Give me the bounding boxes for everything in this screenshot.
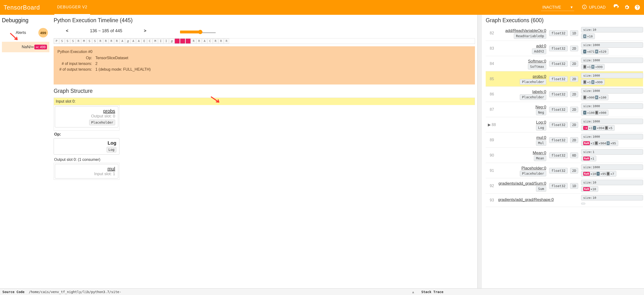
timeline-cell[interactable]: M [81,39,86,44]
ge-title: Graph Executions (600) [486,17,643,24]
timeline-panel: Python Execution Timeline (445) < 136 ~ … [51,15,478,295]
reload-icon[interactable] [613,4,620,11]
source-code-label: Source Code [2,290,24,294]
graph-exec-row[interactable]: 89mul:0Mulfloat322Dsize:1000NaN×1 0×904 … [486,132,643,148]
chevron-down-icon: ▾ [570,5,573,10]
scroll-up-icon[interactable]: ▲ [412,290,414,294]
output-slot-header: Output slot 0: (1 consumer) [54,157,475,163]
header: TensorBoard DEBUGGER V2 INACTIVE ▾ UPLOA… [0,0,644,15]
timeline-title: Python Execution Timeline (445) [54,17,475,24]
gear-icon[interactable] [624,4,630,11]
alerts-count-badge: 499 [38,28,48,38]
timeline-cell[interactable]: C [147,39,152,44]
timeline-cell[interactable]: R [218,39,224,44]
timeline-cell[interactable]: A [136,39,142,44]
timeline-cell[interactable]: A [120,39,125,44]
help-icon[interactable] [634,4,640,11]
timeline-cell[interactable]: m [125,39,130,44]
timeline-cell[interactable]: P [54,39,59,44]
timeline-cell[interactable]: M [152,39,158,44]
runs-dropdown[interactable]: INACTIVE ▾ [541,4,574,11]
timeline-cell[interactable]: I [158,39,163,44]
tab-debugger[interactable]: DEBUGGER V2 [54,0,90,15]
source-path: /home/cais/venv_tf_nightly/lib/python3.7… [29,290,121,294]
timeline-cell[interactable]: E [142,39,147,44]
output-op-box[interactable]: mul Input slot: 1 [55,164,118,179]
timeline-cell[interactable]: S [87,39,92,44]
timeline-cell[interactable]: S [70,39,76,44]
timeline-cell[interactable]: R [109,39,114,44]
input-slot-header: Input slot 0: [54,98,475,105]
graph-exec-row[interactable]: ▶88Log:0Logfloat322Dsize:1000-∞×1 -×994 … [486,117,643,132]
sidebar: Debugging Alerts 499 NaN/∞ ∞: 499 [0,15,51,295]
prev-button[interactable]: < [63,27,71,35]
graph-exec-row[interactable]: 84Softmax:0Softmaxfloat322Dsize:10000×1 … [486,56,643,71]
timeline-cell[interactable]: R [76,39,81,44]
timeline-cell[interactable]: R [191,39,196,44]
stack-trace-label: Stack Trace [421,290,444,294]
timeline-cell[interactable]: R [103,39,108,44]
graph-exec-panel: Graph Executions (600) 82add/ReadVariabl… [482,15,644,295]
upload-button[interactable]: UPLOAD [578,3,609,13]
timeline-cell[interactable]: R [98,39,103,44]
timeline-cell[interactable]: S [65,39,70,44]
timeline-cell[interactable]: R [196,39,202,44]
next-button[interactable]: > [141,27,149,35]
timeline-cell[interactable]: R [114,39,120,44]
timeline-cell[interactable]: ! [174,39,180,44]
timeline-cell[interactable]: S [92,39,98,44]
sidebar-title: Debugging [2,17,49,24]
graph-exec-row[interactable]: 83add:0AddV2float322Dsize:1000-×471 +×52… [486,41,643,56]
graph-exec-row[interactable]: 91Placeholder:0Placeholderfloat322Dsize:… [486,163,643,178]
alerts-label: Alerts [3,30,38,35]
op-chip: Placeholder [89,120,115,125]
alert-item-nan[interactable]: NaN/∞ ∞: 499 [2,42,49,52]
timeline-cell[interactable]: - [186,39,191,44]
input-op-box[interactable]: probs Output slot: 0 Placeholder [55,106,118,127]
execution-details: Python Execution #0 Op:TensorSliceDatase… [54,46,475,85]
timeline-cell[interactable]: m [169,39,174,44]
graph-exec-row[interactable]: 93gradients/add_grad/Reshape:0size:10 [486,194,643,207]
graph-exec-row[interactable]: 92gradients/add_grad/Sum:0Sumfloat321Dsi… [486,178,643,194]
graph-exec-row[interactable]: 90Mean:0Meanfloat320Dsize:1NaN×1 [486,148,643,163]
graph-exec-row[interactable]: 82add/ReadVariableOp:0ReadVariableOpfloa… [486,26,643,41]
timeline-range: 136 ~ 185 of 445 [90,29,122,34]
alert-pill: ∞: 499 [34,45,47,49]
timeline-cell[interactable]: A [131,39,136,44]
footer: Source Code /home/cais/venv_tf_nightly/l… [0,288,644,295]
timeline-cell[interactable]: R [213,39,218,44]
timeline-slider[interactable] [180,32,216,34]
graph-exec-row[interactable]: 87Neg:0Negfloat322Dsize:1000-×100 0×900 [486,102,643,117]
brand-logo: TensorBoard [4,4,40,11]
op-header: Op: [54,131,475,138]
op-chip: Log [106,147,116,153]
current-op-box[interactable]: Log Log [54,138,120,155]
info-icon [582,4,587,11]
timeline-cell[interactable]: S [59,39,64,44]
timeline-cell[interactable]: R [224,39,229,44]
timeline-cell[interactable]: A [202,39,207,44]
graph-exec-row[interactable]: 86labels:0Placeholderfloat322Dsize:10000… [486,87,643,102]
timeline-cell[interactable]: - [180,39,185,44]
graph-exec-row[interactable]: 85probs:0Placeholderfloat322Dsize:10000×… [486,71,643,87]
gs-title: Graph Structure [54,88,475,94]
timeline-cell[interactable]: C [208,39,213,44]
timeline-cell[interactable]: I [164,39,169,44]
timeline-cells: PSSSRMSSRRRRAmAAECMIIm!--RRACRRR [54,38,475,44]
graph-structure: Graph Structure Input slot 0: probs Outp… [54,88,475,180]
